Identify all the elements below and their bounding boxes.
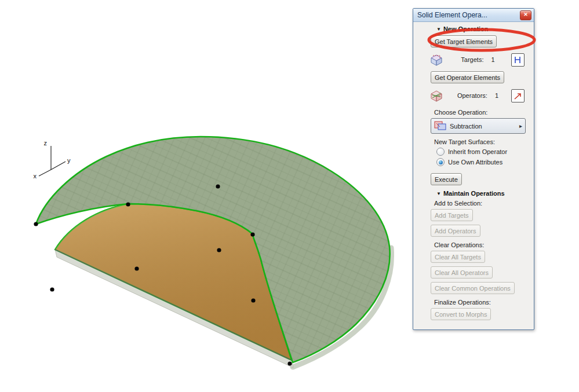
axis-x-line — [39, 170, 51, 176]
operation-dropdown[interactable]: Subtraction ▸ — [431, 118, 526, 134]
new-target-surfaces-label: New Target Surfaces: — [434, 138, 529, 145]
operators-count: 1 — [495, 92, 498, 99]
operator-tool-icon — [514, 91, 522, 100]
targets-label: Targets: — [461, 56, 483, 63]
clear-all-targets-button[interactable]: Clear All Targets — [431, 251, 485, 263]
clear-operations-label: Clear Operations: — [434, 241, 529, 248]
section-label-new-operation: New Operation — [443, 25, 489, 32]
axis-indicator: z y x — [34, 140, 71, 179]
scene-point[interactable] — [250, 232, 254, 236]
operator-elements-icon — [428, 89, 445, 102]
section-header-new-operation[interactable]: ▼ New Operation — [436, 25, 529, 32]
3d-viewport[interactable]: z y x — [0, 0, 417, 392]
get-target-elements-button[interactable]: Get Target Elements — [431, 35, 497, 47]
add-to-selection-label: Add to Selection: — [434, 200, 529, 207]
add-operators-button[interactable]: Add Operators — [431, 225, 480, 237]
operators-row: Operators: 1 — [428, 87, 525, 104]
collapse-triangle-icon: ▼ — [436, 27, 441, 32]
palette-body: ▼ New Operation Get Target Elements Targ… — [413, 22, 534, 329]
flyout-arrow-icon: ▸ — [519, 123, 522, 129]
execute-button[interactable]: Execute — [431, 173, 462, 185]
radio-inherit-label: Inherit from Operator — [448, 148, 507, 155]
axis-x-label: x — [34, 173, 37, 179]
scene-point[interactable] — [34, 222, 38, 226]
axis-y-label: y — [67, 157, 71, 164]
palette-titlebar[interactable]: Solid Element Opera... ✕ — [413, 9, 534, 22]
scene-point[interactable] — [134, 266, 139, 270]
scene-point[interactable] — [216, 184, 220, 188]
radio-own-label: Use Own Attributes — [448, 159, 502, 166]
palette-title: Solid Element Opera... — [417, 11, 520, 19]
scene-point[interactable] — [251, 298, 255, 302]
choose-operation-label: Choose Operation: — [434, 109, 529, 116]
axis-y-line — [51, 162, 65, 170]
section-header-maintain-operations[interactable]: ▼ Maintain Operations — [436, 190, 529, 197]
add-targets-button[interactable]: Add Targets — [431, 209, 473, 221]
operators-count-label: Operators: 1 — [445, 92, 511, 99]
subtraction-icon — [434, 120, 447, 133]
scene-point[interactable] — [217, 248, 221, 252]
operators-label: Operators: — [457, 92, 487, 99]
clear-all-operators-button[interactable]: Clear All Operators — [431, 266, 493, 279]
radio-unchecked-icon — [436, 148, 445, 156]
target-attributes-button[interactable] — [511, 53, 525, 67]
finalize-operations-label: Finalize Operations: — [434, 299, 529, 306]
operator-attributes-button[interactable] — [511, 89, 525, 102]
target-tool-icon — [514, 56, 522, 64]
radio-checked-icon — [436, 158, 445, 166]
close-button[interactable]: ✕ — [520, 10, 531, 20]
operation-value: Subtraction — [450, 123, 519, 130]
scene-point[interactable] — [287, 361, 292, 365]
targets-row: Targets: 1 — [428, 51, 525, 68]
scene-point[interactable] — [50, 287, 54, 291]
collapse-triangle-icon: ▼ — [436, 191, 441, 196]
get-operator-elements-button[interactable]: Get Operator Elements — [431, 71, 504, 83]
solid-element-operations-palette: Solid Element Opera... ✕ ▼ New Operation… — [413, 8, 534, 330]
radio-use-own-attributes[interactable]: Use Own Attributes — [436, 158, 529, 166]
radio-inherit-from-operator[interactable]: Inherit from Operator — [436, 148, 529, 156]
section-label-maintain-operations: Maintain Operations — [443, 190, 505, 197]
clear-common-operations-button[interactable]: Clear Common Operations — [431, 282, 515, 294]
target-elements-icon — [428, 53, 445, 67]
targets-count-label: Targets: 1 — [445, 56, 511, 63]
convert-to-morphs-button[interactable]: Convert to Morphs — [431, 308, 491, 320]
axis-z-label: z — [44, 140, 48, 146]
scene-point[interactable] — [126, 202, 130, 206]
targets-count: 1 — [491, 56, 495, 63]
